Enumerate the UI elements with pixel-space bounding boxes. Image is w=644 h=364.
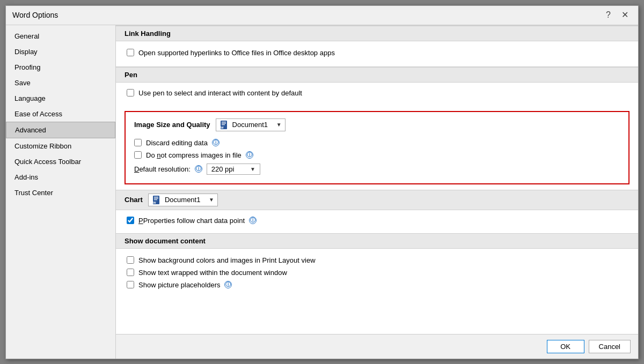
use-pen-checkbox[interactable] [127, 89, 134, 96]
sidebar-item-general[interactable]: General [6, 28, 115, 44]
use-pen-label: Use pen to select and interact with cont… [138, 89, 302, 97]
sidebar-item-add-ins[interactable]: Add-ins [6, 169, 115, 185]
properties-follow-label: PProperties follow chart data point [138, 217, 245, 225]
properties-follow-row: PProperties follow chart data point ⓘ [127, 214, 627, 227]
show-picture-placeholders-row: Show picture placeholders ⓘ [127, 279, 627, 291]
show-text-wrapped-row: Show text wrapped within the document wi… [127, 266, 627, 279]
dialog-body: General Display Proofing Save Language E… [6, 25, 638, 359]
resolution-dropdown[interactable]: 220 ppi ▼ [207, 164, 260, 175]
chart-word-doc-icon: W [152, 195, 162, 205]
chart-header-row: Chart W Document1 ▼ [116, 190, 638, 210]
image-quality-document-dropdown[interactable]: W Document1 ▼ [216, 118, 286, 131]
show-text-wrapped-checkbox[interactable] [127, 269, 134, 276]
svg-rect-8 [154, 199, 157, 200]
discard-editing-info-icon[interactable]: ⓘ [212, 139, 219, 146]
word-doc-icon: W [219, 120, 229, 130]
chart-document-dropdown[interactable]: W Document1 ▼ [148, 194, 218, 206]
pen-body: Use pen to select and interact with cont… [116, 83, 638, 106]
discard-editing-row: Discard editing data ⓘ [134, 137, 620, 149]
no-compress-checkbox[interactable] [134, 151, 142, 159]
link-handling-section: Link Handling Open supported hyperlinks … [116, 25, 638, 67]
sidebar-item-quick-access-toolbar[interactable]: Quick Access Toolbar [6, 154, 115, 169]
show-picture-placeholders-label: Show picture placeholders [138, 281, 220, 289]
image-quality-dropdown-arrow: ▼ [276, 122, 282, 128]
svg-rect-6 [154, 197, 158, 197]
chart-body: PProperties follow chart data point ⓘ [116, 210, 638, 233]
sidebar-item-language[interactable]: Language [6, 91, 115, 106]
show-document-content-section: Show document content Show background co… [116, 233, 638, 299]
default-resolution-label: Default resolution: [134, 165, 191, 173]
word-options-dialog: Word Options ? ✕ General Display Proofin… [5, 5, 639, 359]
title-bar-controls: ? ✕ [603, 10, 632, 20]
show-background-row: Show background colors and images in Pri… [127, 254, 627, 266]
link-handling-header: Link Handling [116, 26, 638, 41]
sidebar-item-ease-of-access[interactable]: Ease of Access [6, 106, 115, 122]
no-compress-label: Do not compress images in file [146, 151, 241, 159]
dialog-title: Word Options [12, 11, 58, 19]
use-pen-row: Use pen to select and interact with cont… [127, 87, 627, 99]
discard-editing-label: Discard editing data [146, 139, 208, 147]
svg-rect-2 [222, 123, 226, 123]
show-picture-placeholders-checkbox[interactable] [127, 281, 134, 288]
image-size-quality-title: Image Size and Quality [134, 121, 210, 129]
help-button[interactable]: ? [603, 10, 614, 20]
sidebar-item-proofing[interactable]: Proofing [6, 60, 115, 75]
open-hyperlinks-label: Open supported hyperlinks to Office file… [138, 49, 335, 57]
sidebar-item-display[interactable]: Display [6, 44, 115, 60]
show-text-wrapped-label: Show text wrapped within the document wi… [138, 269, 287, 277]
sidebar-item-trust-center[interactable]: Trust Center [6, 185, 115, 200]
pen-header: Pen [116, 67, 638, 83]
sidebar: General Display Proofing Save Language E… [6, 25, 116, 359]
sidebar-item-save[interactable]: Save [6, 75, 115, 91]
close-button[interactable]: ✕ [618, 10, 632, 20]
resolution-dropdown-arrow: ▼ [250, 166, 255, 172]
image-size-quality-section: Image Size and Quality W Document1 [125, 111, 630, 184]
cancel-button[interactable]: Cancel [589, 340, 631, 353]
default-resolution-row: Default resolution: ⓘ 220 ppi ▼ [134, 161, 620, 177]
sidebar-item-advanced[interactable]: Advanced [6, 122, 115, 138]
content-scroll[interactable]: Link Handling Open supported hyperlinks … [116, 25, 638, 334]
bottom-bar: OK Cancel [116, 334, 638, 359]
open-hyperlinks-row: Open supported hyperlinks to Office file… [127, 47, 627, 59]
image-size-quality-header: Image Size and Quality W Document1 [134, 118, 620, 131]
svg-text:W: W [221, 126, 224, 129]
svg-rect-1 [222, 122, 226, 122]
svg-text:W: W [153, 201, 156, 204]
title-bar: Word Options ? ✕ [6, 6, 638, 25]
chart-section: Chart W Document1 ▼ [116, 190, 638, 233]
chart-title: Chart [125, 196, 143, 204]
link-handling-body: Open supported hyperlinks to Office file… [116, 41, 638, 66]
show-background-label: Show background colors and images in Pri… [138, 256, 316, 264]
chart-dropdown-arrow: ▼ [209, 197, 214, 203]
properties-follow-info-icon[interactable]: ⓘ [249, 217, 257, 224]
sidebar-item-customize-ribbon[interactable]: Customize Ribbon [6, 138, 115, 154]
svg-rect-7 [154, 198, 158, 198]
show-document-content-body: Show background colors and images in Pri… [116, 249, 638, 299]
chart-dropdown-label: Document1 [165, 196, 200, 204]
main-area: Link Handling Open supported hyperlinks … [116, 25, 638, 359]
resolution-value: 220 ppi [211, 165, 235, 173]
image-quality-dropdown-label: Document1 [232, 121, 268, 129]
open-hyperlinks-checkbox[interactable] [127, 49, 134, 56]
pen-section: Pen Use pen to select and interact with … [116, 67, 638, 106]
no-compress-info-icon[interactable]: ⓘ [246, 151, 253, 159]
ok-button[interactable]: OK [547, 340, 584, 353]
show-document-content-header: Show document content [116, 233, 638, 249]
picture-placeholders-info-icon[interactable]: ⓘ [224, 281, 232, 288]
discard-editing-checkbox[interactable] [134, 139, 142, 146]
no-compress-row: Do not compress images in file ⓘ [134, 149, 620, 161]
show-background-checkbox[interactable] [127, 256, 134, 264]
svg-rect-3 [222, 124, 225, 125]
properties-follow-checkbox[interactable] [127, 217, 134, 224]
default-resolution-info-icon[interactable]: ⓘ [195, 165, 202, 173]
